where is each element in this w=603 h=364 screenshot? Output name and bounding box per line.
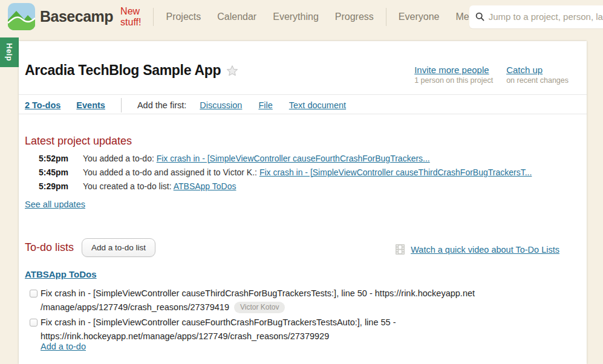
nav-item-calendar[interactable]: Calendar bbox=[217, 11, 256, 22]
add-file-link[interactable]: File bbox=[258, 100, 272, 110]
nav-item-everything[interactable]: Everything bbox=[273, 11, 319, 22]
todo-text: Fix crash in - [SimpleViewController cau… bbox=[41, 316, 575, 343]
update-prefix: You created a to-do list: bbox=[83, 181, 174, 191]
update-prefix: You added a to-do and assigned it to Vic… bbox=[83, 167, 259, 177]
video-link-row: Watch a quick video about To-Do Lists bbox=[396, 244, 559, 255]
update-row: 5:45pm You added a to-do and assigned it… bbox=[25, 167, 575, 178]
update-prefix: You added a to-do: bbox=[83, 154, 157, 163]
todo-line: Fix crash in - [SimpleViewController cau… bbox=[41, 287, 575, 301]
top-navbar: Basecamp New stuff! Projects Calendar Ev… bbox=[0, 0, 603, 33]
search-box[interactable] bbox=[469, 5, 603, 28]
catch-up-link[interactable]: Catch up bbox=[506, 65, 569, 75]
project-title-text: Arcadia TechBlog Sample App bbox=[25, 62, 221, 79]
nav-item-progress[interactable]: Progress bbox=[335, 11, 374, 22]
page-title: Arcadia TechBlog Sample App bbox=[25, 62, 238, 79]
watch-video-link[interactable]: Watch a quick video about To-Do Lists bbox=[411, 245, 559, 255]
assignee-badge: Victor Kotov bbox=[234, 302, 285, 313]
updates-list: 5:52pm You added a to-do: Fix crash in -… bbox=[25, 153, 575, 195]
todo-item: Fix crash in - [SimpleViewController cau… bbox=[30, 287, 575, 314]
search-icon bbox=[475, 12, 484, 21]
add-discussion-link[interactable]: Discussion bbox=[200, 100, 242, 110]
tabs-divider bbox=[121, 98, 122, 112]
catchup-subtext: on recent changes bbox=[506, 76, 569, 85]
header-links: Invite more people 1 person on this proj… bbox=[414, 65, 569, 85]
todo-lists-heading: To-do lists bbox=[25, 241, 74, 254]
divider bbox=[19, 114, 587, 114]
update-text: You added a to-do and assigned it to Vic… bbox=[83, 167, 532, 178]
todo-checkbox[interactable] bbox=[30, 290, 37, 297]
catchup-block: Catch up on recent changes bbox=[506, 65, 569, 85]
update-time: 5:52pm bbox=[25, 153, 68, 164]
new-stuff-link[interactable]: New stuff! bbox=[120, 6, 141, 28]
todo-list-title-link[interactable]: ATBSApp ToDos bbox=[25, 269, 97, 279]
nav-divider bbox=[386, 8, 386, 26]
divider bbox=[19, 94, 587, 95]
search-input[interactable] bbox=[489, 11, 603, 22]
star-icon[interactable] bbox=[226, 65, 238, 77]
invite-more-people-link[interactable]: Invite more people bbox=[414, 65, 493, 75]
nav-divider bbox=[153, 8, 154, 26]
update-row: 5:52pm You added a to-do: Fix crash in -… bbox=[25, 153, 575, 164]
nav-item-me[interactable]: Me bbox=[455, 11, 469, 22]
tab-events[interactable]: Events bbox=[76, 100, 105, 110]
todo-checkbox[interactable] bbox=[30, 319, 37, 327]
updates-heading: Latest project updates bbox=[25, 135, 132, 148]
film-strip-icon bbox=[396, 244, 405, 255]
nav-item-projects[interactable]: Projects bbox=[166, 11, 201, 22]
invite-subtext: 1 person on this project bbox=[414, 76, 493, 85]
nav-item-everyone[interactable]: Everyone bbox=[399, 11, 440, 22]
todo-text: Fix crash in - [SimpleViewController cau… bbox=[41, 287, 575, 314]
see-all-updates-link[interactable]: See all updates bbox=[25, 200, 85, 209]
todo-line: https://rink.hockeyapp.net/manage/apps/1… bbox=[41, 330, 575, 343]
add-first-label: Add the first: bbox=[137, 100, 186, 110]
todo-line: /manage/apps/127749/crash_reasons/273794… bbox=[41, 302, 285, 312]
add-todo-list-button[interactable]: Add a to-do list bbox=[82, 238, 155, 257]
update-text: You added a to-do: Fix crash in - [Simpl… bbox=[83, 153, 430, 164]
brand-title[interactable]: Basecamp bbox=[40, 8, 113, 25]
help-tab[interactable]: Help bbox=[0, 37, 19, 67]
tab-todos[interactable]: 2 To-dos bbox=[25, 100, 60, 110]
invite-block: Invite more people 1 person on this proj… bbox=[414, 65, 493, 85]
todo-line-text: /manage/apps/127749/crash_reasons/273794… bbox=[41, 302, 229, 312]
update-time: 5:29pm bbox=[25, 181, 68, 192]
update-row: 5:29pm You created a to-do list: ATBSApp… bbox=[25, 181, 575, 192]
update-text: You created a to-do list: ATBSApp ToDos bbox=[83, 181, 236, 192]
update-todo-link[interactable]: Fix crash in - [SimpleViewController cau… bbox=[157, 154, 430, 163]
tabs-row: 2 To-dos Events Add the first: Discussio… bbox=[25, 97, 362, 113]
project-card: Arcadia TechBlog Sample App Invite more … bbox=[19, 41, 587, 364]
project-header: Arcadia TechBlog Sample App Invite more … bbox=[25, 62, 569, 85]
update-todo-link[interactable]: Fix crash in - [SimpleViewController cau… bbox=[259, 167, 532, 177]
add-todo-link[interactable]: Add a to-do bbox=[41, 342, 86, 351]
todo-item: Fix crash in - [SimpleViewController cau… bbox=[30, 316, 575, 343]
todo-line: Fix crash in - [SimpleViewController cau… bbox=[41, 316, 575, 330]
add-text-document-link[interactable]: Text document bbox=[289, 100, 346, 110]
update-time: 5:45pm bbox=[25, 167, 68, 178]
basecamp-logo-icon[interactable] bbox=[8, 3, 35, 30]
update-todolist-link[interactable]: ATBSApp ToDos bbox=[174, 181, 236, 191]
